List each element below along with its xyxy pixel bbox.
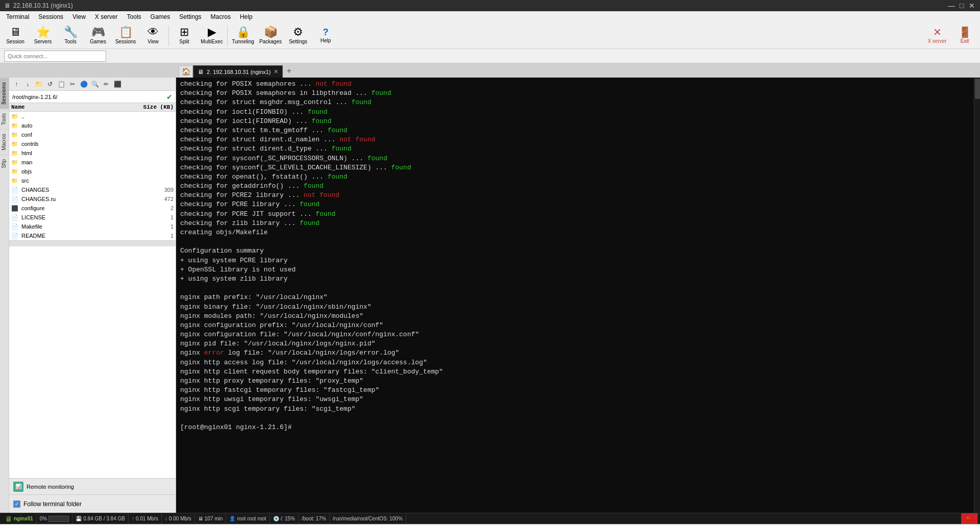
left-panel: Sessions Tools Macros Sftp ↑ ↓ 📁 ↺ 📋 ✂ 🔵… — [0, 78, 176, 513]
terminal-line: nginx configuration file: "/usr/local/ng… — [180, 330, 970, 339]
menu-tools[interactable]: Tools — [123, 12, 145, 21]
sb-user: 👤 root root root — [226, 513, 270, 524]
tab-home[interactable]: 🏠 — [179, 65, 193, 78]
menu-xserver[interactable]: X server — [91, 12, 122, 21]
sb-disk1: /: 15% — [281, 516, 295, 521]
follow-terminal-checkbox[interactable]: ✓ — [13, 501, 20, 508]
user-icon: 👤 — [229, 516, 235, 521]
xserver-icon: ✕ — [933, 27, 942, 37]
toolbar-tunneling[interactable]: 🔒 Tunneling — [230, 23, 256, 48]
file-tb-cut[interactable]: ✂ — [67, 79, 78, 89]
file-icon: 📄 — [11, 196, 19, 203]
toolbar-help[interactable]: ? Help — [312, 23, 339, 48]
toolbar-session-label: Session — [6, 39, 24, 44]
file-row-html[interactable]: 📁 html — [9, 148, 176, 158]
file-row-man[interactable]: 📁 man — [9, 158, 176, 167]
tab-bar: 🏠 🖥 2. 192.168.10.31 (nginx1) ✕ + — [0, 63, 980, 78]
file-row-conf[interactable]: 📁 conf — [9, 130, 176, 139]
file-tb-highlight[interactable]: 🔍 — [90, 79, 100, 89]
file-row-objs[interactable]: 📁 objs — [9, 167, 176, 176]
toolbar-exit[interactable]: 🚪 Exit — [951, 23, 978, 48]
file-tb-up[interactable]: ↑ — [11, 79, 21, 89]
toolbar-xserver-label: X server — [927, 38, 946, 44]
toolbar: 🖥 Session ⭐ Servers 🔧 Tools 🎮 Games 📋 Se… — [0, 22, 980, 49]
file-row-configure[interactable]: ⬛ configure 2 — [9, 204, 176, 213]
file-row-dotdot[interactable]: 📁 .. — [9, 112, 176, 121]
quickconnect-input[interactable] — [4, 51, 106, 62]
close-button[interactable]: ✕ — [968, 2, 976, 10]
toolbar-settings[interactable]: ⚙ Settings — [285, 23, 311, 48]
vtab-tools[interactable]: Tools — [0, 109, 9, 129]
folder-icon: 📁 — [11, 178, 19, 184]
toolbar-servers[interactable]: ⭐ Servers — [30, 23, 56, 48]
terminal-line: checking for ioctl(FIONREAD) ... found — [180, 117, 970, 126]
toolbar-multiexec[interactable]: ▶ MultiExec — [199, 23, 225, 48]
terminal-line: checking for POSIX semaphores ... not fo… — [180, 80, 970, 89]
col-name[interactable]: Name — [11, 104, 133, 110]
sb-time-label: 107 min — [205, 516, 223, 521]
horizontal-scrollbar[interactable] — [9, 240, 176, 246]
scrollbar-handle[interactable] — [975, 79, 980, 99]
toolbar-xserver[interactable]: ✕ X server — [924, 23, 950, 48]
file-row-auto[interactable]: 📁 auto — [9, 121, 176, 130]
upload-icon: ↑ — [132, 516, 134, 521]
file-tb-newfolder[interactable]: 📁 — [34, 79, 44, 89]
vtab-sessions[interactable]: Sessions — [0, 78, 9, 109]
file-row-makefile[interactable]: 📄 Makefile 1 — [9, 222, 176, 231]
terminal-line: nginx configuration prefix: "/usr/local/… — [180, 321, 970, 330]
file-tb-copy[interactable]: 📋 — [56, 79, 66, 89]
file-name: README — [21, 233, 131, 239]
file-icon: 📄 — [11, 223, 19, 230]
toolbar-view[interactable]: 👁 View — [140, 23, 166, 48]
file-tb-delete[interactable]: ⬛ — [112, 79, 122, 89]
file-tb-refresh[interactable]: ↺ — [45, 79, 55, 89]
menu-settings[interactable]: Settings — [175, 12, 205, 21]
toolbar-tools[interactable]: 🔧 Tools — [57, 23, 84, 48]
file-tb-down[interactable]: ↓ — [22, 79, 33, 89]
disk-icon: 💿 — [273, 516, 279, 521]
flag-icon: 🇨🇳 — [966, 516, 972, 521]
terminal[interactable]: checking for POSIX semaphores ... not fo… — [176, 78, 974, 513]
toolbar-session[interactable]: 🖥 Session — [2, 23, 29, 48]
terminal-line: creating objs/Makefile — [180, 228, 970, 237]
file-name: contrib — [21, 141, 131, 147]
maximize-button[interactable]: □ — [958, 2, 966, 10]
toolbar-packages[interactable]: 📦 Packages — [257, 23, 284, 48]
time-icon: 🖥 — [198, 516, 203, 521]
file-row-contrib[interactable]: 📁 contrib — [9, 139, 176, 148]
terminal-line: checking for PCRE JIT support ... found — [180, 210, 970, 219]
file-row-changes[interactable]: 📄 CHANGES 309 — [9, 185, 176, 194]
menu-games[interactable]: Games — [146, 12, 175, 21]
toolbar-view-label: View — [148, 39, 159, 44]
sb-disk3-label: /run/media/root/CentOS: 100% — [333, 516, 403, 521]
vtab-sftp[interactable]: Sftp — [0, 155, 9, 172]
toolbar-sessions[interactable]: 📋 Sessions — [112, 23, 139, 48]
file-row-changes-ru[interactable]: 📄 CHANGES.ru 472 — [9, 194, 176, 204]
sb-server: 🖥 nginx01 — [2, 513, 37, 524]
file-icon: ⬛ — [11, 205, 19, 212]
menu-view[interactable]: View — [68, 12, 90, 21]
terminal-scrollbar[interactable] — [974, 78, 980, 513]
file-tb-edit[interactable]: ✏ — [101, 79, 111, 89]
file-tb-bookmark[interactable]: 🔵 — [79, 79, 89, 89]
file-row-license[interactable]: 📄 LICENSE 1 — [9, 213, 176, 222]
tab-new-button[interactable]: + — [283, 65, 295, 78]
col-size[interactable]: Size (KB) — [133, 104, 174, 110]
vtab-macros[interactable]: Macros — [0, 129, 9, 155]
file-row-src[interactable]: 📁 src — [9, 176, 176, 185]
session-icon: 🖥 — [10, 27, 21, 38]
tab-1[interactable]: 🖥 2. 192.168.10.31 (nginx1) ✕ — [193, 65, 283, 78]
remote-monitoring[interactable]: 📊 Remote monitoring — [9, 478, 176, 494]
toolbar-split[interactable]: ⊞ Split — [171, 23, 198, 48]
file-row-readme[interactable]: 📄 README 1 — [9, 231, 176, 240]
follow-terminal[interactable]: ✓ Follow terminal folder — [9, 494, 176, 513]
menu-macros[interactable]: Macros — [207, 12, 235, 21]
terminal-line: + OpenSSL library is not used — [180, 265, 970, 274]
menu-terminal[interactable]: Terminal — [2, 12, 33, 21]
terminal-line: checking for POSIX semaphores in libpthr… — [180, 89, 970, 98]
minimize-button[interactable]: — — [947, 2, 955, 10]
toolbar-games[interactable]: 🎮 Games — [85, 23, 111, 48]
menu-help[interactable]: Help — [236, 12, 257, 21]
menu-sessions[interactable]: Sessions — [34, 12, 67, 21]
tab-close-button[interactable]: ✕ — [274, 68, 278, 75]
